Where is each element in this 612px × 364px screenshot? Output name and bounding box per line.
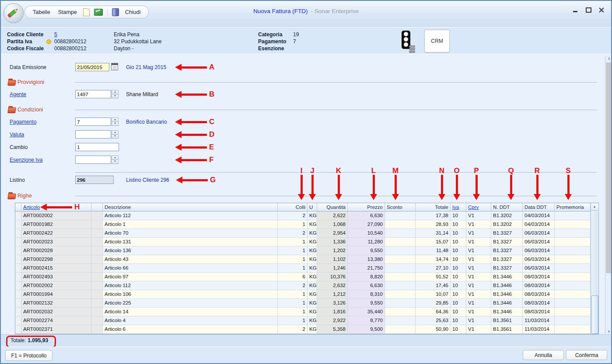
crm-button[interactable]: CRM bbox=[424, 30, 450, 52]
cell-dataddt: 06/03/2014 bbox=[523, 229, 555, 238]
cell-art: ART0002274 bbox=[21, 316, 91, 325]
spin-down-icon[interactable]: ▼ bbox=[112, 135, 119, 139]
totale-annotation-box bbox=[6, 336, 56, 348]
minimize-button[interactable] bbox=[570, 6, 581, 14]
valuta-input[interactable] bbox=[75, 130, 111, 139]
menu-chiudi[interactable]: Chiudi bbox=[123, 8, 142, 16]
table-row[interactable]: ART0002028Articolo 1361KG1,2029,55011,48… bbox=[15, 246, 598, 255]
app-menu-button[interactable] bbox=[3, 3, 24, 23]
agente-input[interactable] bbox=[75, 90, 111, 98]
conferma-button[interactable]: Conferma bbox=[566, 350, 607, 360]
cell-nddt: B1.3327 bbox=[491, 246, 523, 255]
close-button[interactable] bbox=[596, 6, 607, 14]
spin-up-icon[interactable]: ▲ bbox=[112, 156, 119, 160]
column-header-prezzo[interactable]: Prezzo bbox=[348, 203, 385, 211]
annulla-button[interactable]: Annulla bbox=[523, 350, 564, 360]
window-title: Nuova Fattura (FTD)- Sonar Enterprise bbox=[253, 8, 359, 14]
cambio-input[interactable] bbox=[75, 143, 119, 151]
table-row[interactable]: ART0002002Articolo 1122KG2,6326,63017,45… bbox=[15, 281, 598, 290]
column-header-nddt[interactable]: N. DDT bbox=[491, 203, 523, 211]
data-emissione-input[interactable] bbox=[75, 63, 109, 71]
catalog-book-icon[interactable] bbox=[94, 9, 103, 16]
cell-cprv: V1 bbox=[466, 308, 491, 316]
cell-nddt: B1.3327 bbox=[491, 229, 523, 238]
column-header-totale[interactable]: Totale bbox=[416, 203, 451, 211]
column-header-art[interactable]: Articolo bbox=[21, 203, 91, 211]
cell-gap bbox=[91, 273, 103, 281]
traffic-light-icon[interactable] bbox=[397, 30, 416, 52]
column-header-cprv[interactable]: Cprv bbox=[466, 203, 491, 211]
table-row[interactable]: ART0002132Articolo 2251KG3,1269,55029,85… bbox=[15, 299, 598, 308]
cell-totale: 17,38 bbox=[416, 211, 451, 220]
toolbar-separator bbox=[107, 8, 108, 16]
spin-down-icon[interactable]: ▼ bbox=[112, 122, 119, 126]
column-header-dataddt[interactable]: Data DDT bbox=[523, 203, 555, 211]
menu-stampe[interactable]: Stampe bbox=[56, 8, 79, 16]
column-header-gap[interactable] bbox=[91, 203, 103, 211]
esenzione-iva-input[interactable] bbox=[75, 156, 111, 164]
table-row[interactable]: ART0001994Articolo 1061KG1,2128,31010,07… bbox=[15, 290, 598, 299]
scroll-up-arrow-icon[interactable]: ▲ bbox=[591, 203, 598, 211]
table-row[interactable]: ART0002371Articolo 62KG5,3589,50050,9010… bbox=[15, 325, 598, 334]
spin-up-icon[interactable]: ▲ bbox=[112, 130, 119, 135]
cell-prezzo: 9,500 bbox=[348, 325, 385, 334]
data-emissione-display: Gio 21 Mag 2015 bbox=[126, 64, 166, 70]
column-header-iva[interactable]: Iva bbox=[451, 203, 466, 211]
codice-cliente-value-link[interactable]: 5 bbox=[54, 31, 57, 38]
spin-up-icon[interactable]: ▲ bbox=[112, 118, 119, 122]
section-divider bbox=[75, 110, 597, 110]
agente-label-link[interactable]: Agente bbox=[10, 91, 26, 97]
esenzione-cliente-label: Esenzione bbox=[258, 45, 284, 52]
pagamento-input[interactable] bbox=[75, 118, 111, 126]
categoria-label: Categoria bbox=[258, 31, 282, 38]
cell-u: KG bbox=[308, 325, 317, 334]
valuta-label-link[interactable]: Valuta bbox=[10, 132, 24, 138]
column-header-sconto[interactable]: Sconto bbox=[385, 203, 416, 211]
cell-qta: 10,376 bbox=[317, 273, 348, 281]
table-row[interactable]: ART0002493Articolo 976KG10,3768,82091,52… bbox=[15, 273, 598, 281]
esenzione-iva-label-link[interactable]: Esenzione Iva bbox=[10, 157, 42, 163]
folder-icon bbox=[7, 80, 16, 86]
page-scrollbar-thumb[interactable] bbox=[606, 62, 612, 273]
page-scrollbar[interactable]: ∧ ∨ bbox=[605, 55, 612, 334]
table-scrollbar[interactable]: ▲ bbox=[591, 203, 598, 334]
column-header-qta[interactable]: Quantità bbox=[317, 203, 348, 211]
table-scrollbar-thumb[interactable] bbox=[591, 295, 598, 334]
chevron-up-icon[interactable]: ∧ bbox=[605, 55, 612, 62]
f1-protocollo-button[interactable]: F1 = Protocollo bbox=[5, 350, 52, 361]
cell-colli: 1 bbox=[278, 308, 308, 316]
column-header-desc[interactable]: Descrizione bbox=[103, 203, 278, 211]
table-row[interactable]: ART0001982Articolo 11KG1,06827,09028,931… bbox=[15, 220, 598, 229]
agente-display: Shane Millard bbox=[126, 91, 158, 97]
cell-dataddt: 04/03/2014 bbox=[523, 211, 555, 220]
calendar-icon[interactable] bbox=[111, 63, 118, 70]
table-row[interactable]: ART0002415Articolo 661KG1,24621,75027,10… bbox=[15, 264, 598, 273]
column-header-colli[interactable]: Colli bbox=[278, 203, 308, 211]
cell-nddt: B1.3327 bbox=[491, 264, 523, 273]
spin-down-icon[interactable]: ▼ bbox=[112, 94, 119, 98]
pagamento-label-link[interactable]: Pagamento bbox=[10, 119, 36, 125]
table-row[interactable]: ART0002032Articolo 141KG1,81635,44064,36… bbox=[15, 308, 598, 316]
maximize-icon bbox=[586, 7, 591, 13]
table-row[interactable]: ART0002023Articolo 1311KG1,33611,28015,0… bbox=[15, 238, 598, 246]
column-header-u[interactable]: U bbox=[308, 203, 317, 211]
listino-input[interactable] bbox=[75, 176, 114, 184]
exit-door-icon[interactable] bbox=[112, 8, 119, 16]
chevron-down-icon[interactable]: ∨ bbox=[605, 328, 612, 334]
menu-tabelle[interactable]: Tabelle bbox=[31, 8, 52, 16]
column-header-prom[interactable]: Promemoria bbox=[555, 203, 591, 211]
cell-gap bbox=[91, 246, 103, 255]
spin-up-icon[interactable]: ▲ bbox=[112, 90, 119, 94]
spin-down-icon[interactable]: ▼ bbox=[112, 160, 119, 164]
cell-gap bbox=[91, 220, 103, 229]
table-row[interactable]: ART0002298Articolo 431KG1,10213,38014,74… bbox=[15, 255, 598, 264]
maximize-button[interactable] bbox=[583, 6, 594, 14]
table-row[interactable]: ART0002002Articolo 1122KG2,6226,63017,38… bbox=[15, 211, 598, 220]
column-header-sel[interactable] bbox=[15, 203, 21, 211]
table-row[interactable]: ART0002422Articolo 702KG2,95410,54031,14… bbox=[15, 229, 598, 238]
table-row[interactable]: ART0002274Articolo 41KG2,9228,77025,6310… bbox=[15, 316, 598, 325]
new-document-icon[interactable] bbox=[83, 8, 90, 16]
cell-dataddt: 06/03/2014 bbox=[523, 238, 555, 246]
cell-prezzo: 10,540 bbox=[348, 229, 385, 238]
cell-sel bbox=[15, 220, 21, 229]
